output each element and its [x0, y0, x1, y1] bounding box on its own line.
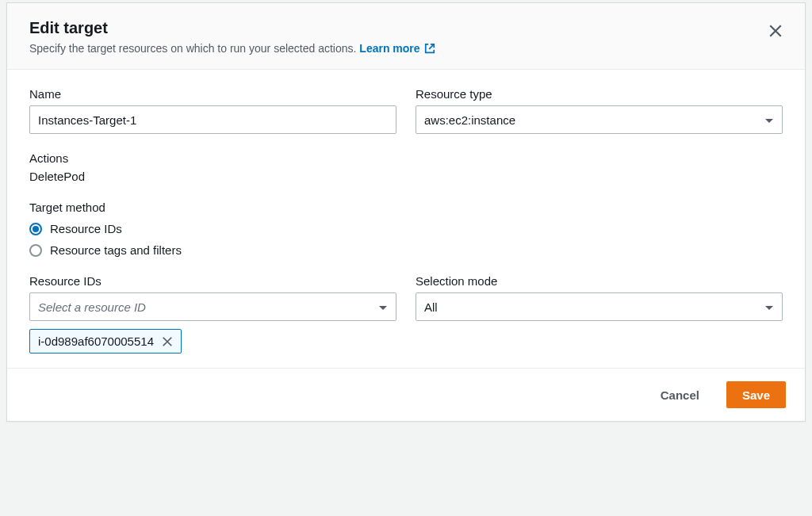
selection-mode-field: Selection mode All [416, 274, 783, 354]
resource-ids-label: Resource IDs [29, 274, 396, 288]
close-icon [162, 336, 173, 347]
modal-body: Name Resource type aws:ec2:instance Acti… [7, 70, 805, 368]
name-label: Name [29, 87, 396, 101]
radio-button-checked [29, 223, 42, 235]
description-text: Specify the target resources on which to… [29, 42, 356, 55]
actions-value: DeletePod [29, 170, 783, 183]
chevron-down-icon [764, 300, 774, 314]
modal-description: Specify the target resources on which to… [29, 42, 783, 55]
resource-ids-select[interactable]: Select a resource ID [29, 292, 396, 321]
modal-title: Edit target [29, 19, 783, 37]
target-method-label: Target method [29, 201, 783, 214]
target-method-field: Target method Resource IDs Resource tags… [29, 201, 783, 257]
resource-type-value: aws:ec2:instance [424, 113, 515, 127]
modal-footer: Cancel Save [7, 368, 805, 421]
actions-label: Actions [29, 151, 783, 165]
resource-type-field: Resource type aws:ec2:instance [416, 87, 783, 134]
radio-label-resource-ids: Resource IDs [50, 222, 122, 235]
radio-button-unchecked [29, 244, 42, 257]
radio-resource-ids[interactable]: Resource IDs [29, 222, 783, 235]
chevron-down-icon [378, 300, 388, 314]
resource-type-select[interactable]: aws:ec2:instance [416, 105, 783, 134]
resource-id-token-text: i-0d989af6070005514 [38, 334, 154, 348]
resource-id-token: i-0d989af6070005514 [29, 329, 182, 354]
name-input[interactable] [29, 105, 396, 134]
learn-more-link[interactable]: Learn more [359, 42, 435, 55]
name-field: Name [29, 87, 396, 134]
close-icon [768, 24, 783, 38]
edit-target-modal: Edit target Specify the target resources… [6, 2, 806, 422]
close-button[interactable] [765, 21, 786, 44]
selection-mode-select[interactable]: All [416, 292, 783, 321]
radio-resource-tags[interactable]: Resource tags and filters [29, 243, 783, 257]
actions-field: Actions DeletePod [29, 151, 783, 183]
selection-mode-label: Selection mode [416, 274, 783, 288]
save-button[interactable]: Save [726, 381, 786, 408]
resource-ids-field: Resource IDs Select a resource ID i-0d98… [29, 274, 396, 354]
cancel-button[interactable]: Cancel [645, 381, 715, 408]
chevron-down-icon [764, 113, 774, 127]
token-remove-button[interactable] [162, 336, 173, 347]
radio-label-resource-tags: Resource tags and filters [50, 243, 182, 257]
selection-mode-value: All [424, 300, 438, 314]
resource-ids-placeholder: Select a resource ID [38, 300, 146, 314]
modal-header: Edit target Specify the target resources… [7, 3, 805, 70]
resource-type-label: Resource type [416, 87, 783, 101]
external-link-icon [424, 43, 435, 54]
